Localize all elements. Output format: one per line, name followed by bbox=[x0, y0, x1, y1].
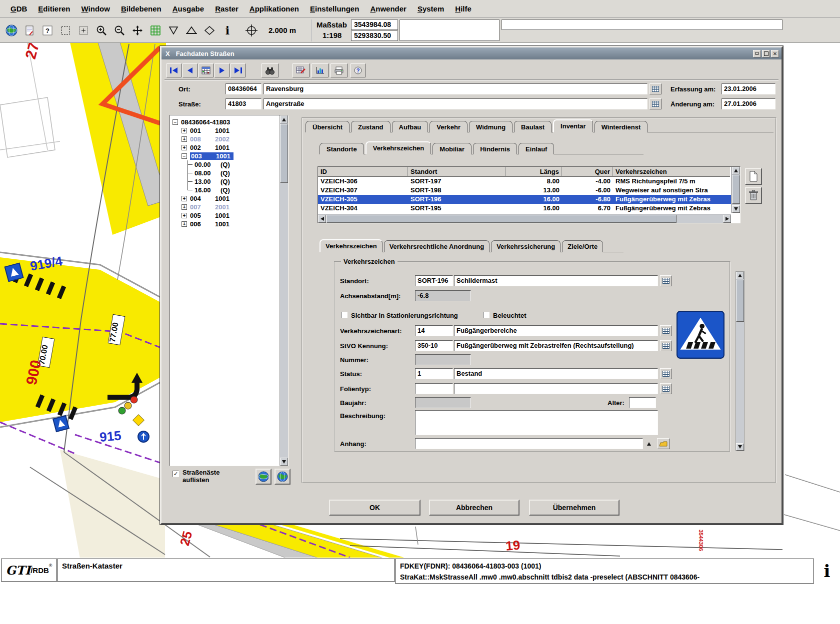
verkehrszeichenart-lookup-button[interactable] bbox=[660, 325, 672, 336]
grid-icon[interactable] bbox=[147, 21, 164, 40]
nabla-icon[interactable] bbox=[165, 21, 182, 40]
expand-icon[interactable]: + bbox=[182, 128, 187, 133]
detail-scrollbar[interactable] bbox=[736, 271, 744, 451]
coord-x-field[interactable]: 3543984.08 bbox=[351, 19, 398, 30]
baujahr-field[interactable] bbox=[415, 397, 471, 408]
zoom-in-icon[interactable] bbox=[93, 21, 110, 40]
strasse-code-field[interactable]: 41803 bbox=[226, 98, 262, 109]
menu-system[interactable]: System bbox=[412, 1, 450, 16]
tab-zustand[interactable]: Zustand bbox=[351, 121, 390, 132]
chart-button[interactable] bbox=[312, 63, 328, 77]
scroll-down-button[interactable] bbox=[736, 443, 744, 451]
info-status-icon[interactable]: i bbox=[814, 559, 840, 584]
tab-uebersicht[interactable]: Übersicht bbox=[306, 121, 350, 132]
tree-station-0000[interactable]: 00.00 (Q) bbox=[172, 160, 278, 169]
nav-first-button[interactable] bbox=[166, 63, 182, 77]
tab-widmung[interactable]: Widmung bbox=[469, 121, 512, 132]
tab-winterdienst[interactable]: Winterdienst bbox=[594, 121, 648, 132]
zoom-out-icon[interactable] bbox=[111, 21, 128, 40]
scrollbar-thumb[interactable] bbox=[736, 280, 744, 322]
tree-scrollbar[interactable] bbox=[280, 115, 288, 466]
delete-record-button[interactable] bbox=[745, 187, 762, 204]
status-name-field[interactable]: Bestand bbox=[454, 368, 658, 379]
tree-root[interactable]: − 08436064-41803 bbox=[172, 118, 278, 126]
help-button[interactable]: ? bbox=[350, 63, 366, 77]
scrollbar-thumb[interactable] bbox=[732, 175, 740, 204]
tree-station-1300[interactable]: 13.00 (Q) bbox=[172, 177, 278, 186]
scroll-up-button[interactable] bbox=[732, 167, 740, 174]
map-locate-button[interactable] bbox=[256, 469, 272, 485]
anhang-up-button[interactable] bbox=[645, 439, 653, 448]
map-zoom-button[interactable] bbox=[274, 469, 290, 485]
expand-icon[interactable]: + bbox=[182, 221, 187, 227]
coord-y-field[interactable]: 5293830.50 bbox=[351, 30, 398, 41]
anhang-folder-button[interactable] bbox=[657, 438, 670, 449]
menu-hilfe[interactable]: Hilfe bbox=[450, 1, 477, 16]
tab-aufbau[interactable]: Aufbau bbox=[392, 121, 428, 132]
folientyp-lookup-button[interactable] bbox=[660, 383, 672, 394]
verkehrszeichenart-name-field[interactable]: Fußgängerbereiche bbox=[454, 325, 658, 336]
ok-button[interactable]: OK bbox=[329, 500, 420, 516]
beleuchtet-checkbox[interactable] bbox=[483, 312, 490, 318]
standort-lookup-button[interactable] bbox=[660, 275, 672, 286]
search-binoculars-button[interactable] bbox=[262, 63, 278, 77]
folientyp-code-field[interactable] bbox=[415, 383, 453, 394]
alter-field[interactable] bbox=[629, 397, 656, 408]
stvo-lookup-button[interactable] bbox=[660, 340, 672, 351]
dialog-title-bar[interactable]: X Fachdaten Straßen ✕ bbox=[162, 47, 782, 59]
minimize-button[interactable] bbox=[753, 50, 761, 57]
table-vscrollbar[interactable] bbox=[731, 167, 740, 213]
sichtbar-checkbox[interactable] bbox=[341, 312, 348, 318]
uebernehmen-button[interactable]: Übernehmen bbox=[529, 500, 620, 516]
table-row[interactable]: VZEICH-306 SORT-197 8.00 -4.00 RMS Richt… bbox=[318, 177, 740, 186]
nav-next-button[interactable] bbox=[214, 63, 230, 77]
menu-raster[interactable]: Raster bbox=[210, 1, 244, 16]
abbrechen-button[interactable]: Abbrechen bbox=[429, 500, 520, 516]
info-icon[interactable]: i bbox=[219, 21, 236, 40]
scroll-down-button[interactable] bbox=[732, 205, 740, 213]
select-area-icon[interactable] bbox=[75, 21, 92, 40]
expand-icon[interactable]: + bbox=[182, 136, 187, 142]
nav-last-button[interactable] bbox=[230, 63, 246, 77]
tree-node-006[interactable]: + 006 1001 bbox=[172, 220, 278, 228]
tab-detail-verkehrszeichen[interactable]: Verkehrszeichen bbox=[320, 239, 382, 252]
print-button[interactable] bbox=[330, 63, 348, 77]
table-row[interactable]: VZEICH-307 SORT-198 13.00 -6.00 Wegweise… bbox=[318, 186, 740, 195]
tree-station-1600[interactable]: 16.00 (Q) bbox=[172, 186, 278, 194]
expand-icon[interactable]: + bbox=[182, 196, 187, 201]
tab-einlauf[interactable]: Einlauf bbox=[518, 143, 554, 154]
select-rect-icon[interactable] bbox=[57, 21, 74, 40]
stvo-name-field[interactable]: Fußgängerüberweg mit Zebrastreifen (Rech… bbox=[454, 340, 658, 351]
table-row-selected[interactable]: VZEICH-305 SORT-196 16.00 -6.80 Fußgänge… bbox=[318, 195, 740, 204]
help-box-icon[interactable]: ? bbox=[39, 21, 56, 40]
maximize-button[interactable] bbox=[762, 50, 770, 57]
message-field[interactable] bbox=[400, 19, 500, 41]
crosshair-icon[interactable] bbox=[243, 21, 260, 40]
tab-baulast[interactable]: Baulast bbox=[514, 121, 552, 132]
stvo-code-field[interactable]: 350-10 bbox=[415, 340, 453, 351]
globe-icon[interactable] bbox=[3, 21, 20, 40]
tree-node-008[interactable]: + 008 2002 bbox=[172, 135, 278, 143]
tab-detail-anordnung[interactable]: Verkehrsrechtliche Anordnung bbox=[384, 240, 490, 252]
table-hscrollbar[interactable] bbox=[318, 214, 731, 223]
expand-icon[interactable]: + bbox=[182, 145, 187, 150]
scrollbar-thumb[interactable] bbox=[326, 215, 676, 223]
expand-icon[interactable]: + bbox=[182, 204, 187, 210]
menu-ausgabe[interactable]: Ausgabe bbox=[167, 1, 210, 16]
status-field[interactable] bbox=[502, 19, 782, 30]
new-record-button[interactable] bbox=[745, 168, 762, 185]
strasse-lookup-button[interactable] bbox=[650, 98, 662, 109]
menu-einstellungen[interactable]: Einstellungen bbox=[304, 1, 364, 16]
nummer-field[interactable] bbox=[415, 354, 471, 365]
tab-hindernis[interactable]: Hindernis bbox=[473, 143, 517, 154]
achsenabstand-field[interactable]: -6.8 bbox=[415, 290, 471, 301]
tree-node-004[interactable]: + 004 1001 bbox=[172, 194, 278, 203]
tab-standorte[interactable]: Standorte bbox=[320, 143, 364, 154]
column-header-standort[interactable]: Standort bbox=[408, 167, 506, 177]
tree-node-003-selected[interactable]: − 003 1001 bbox=[172, 152, 278, 160]
verkehrszeichenart-code-field[interactable]: 14 bbox=[415, 325, 453, 336]
tab-inventar[interactable]: Inventar bbox=[553, 119, 593, 132]
tab-detail-ziele[interactable]: Ziele/Orte bbox=[562, 240, 603, 252]
column-header-laengs[interactable]: Längs bbox=[506, 167, 562, 177]
nav-grid-button[interactable] bbox=[198, 63, 214, 77]
